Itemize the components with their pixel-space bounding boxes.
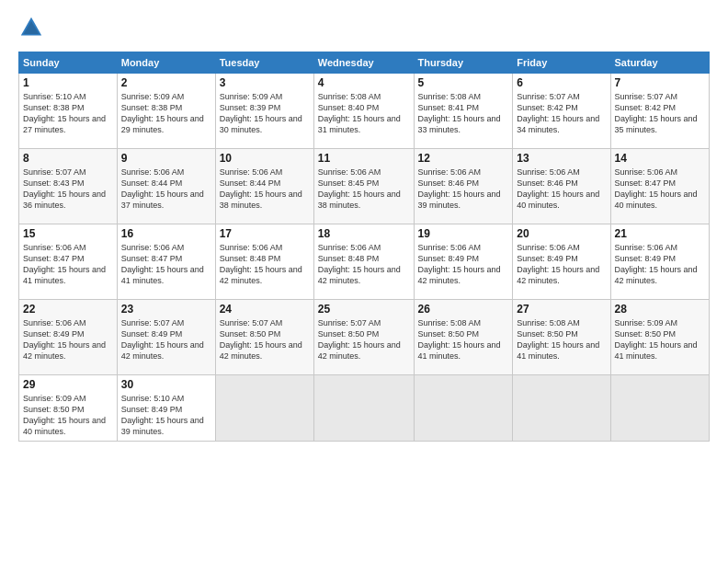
calendar-cell: 10 Sunrise: 5:06 AM Sunset: 8:44 PM Dayl…	[215, 149, 313, 224]
calendar-table: SundayMondayTuesdayWednesdayThursdayFrid…	[18, 52, 710, 442]
day-number: 22	[23, 303, 113, 316]
day-number: 7	[615, 76, 705, 89]
calendar-cell	[215, 375, 313, 442]
day-number: 8	[23, 152, 113, 165]
logo-icon	[18, 15, 44, 40]
calendar-cell: 4 Sunrise: 5:08 AM Sunset: 8:40 PM Dayli…	[313, 74, 414, 149]
calendar-cell: 30 Sunrise: 5:10 AM Sunset: 8:49 PM Dayl…	[117, 375, 215, 442]
day-number: 16	[121, 227, 211, 240]
calendar-cell: 8 Sunrise: 5:07 AM Sunset: 8:43 PM Dayli…	[19, 149, 118, 224]
calendar-cell: 28 Sunrise: 5:09 AM Sunset: 8:50 PM Dayl…	[610, 300, 709, 375]
calendar-header-tuesday: Tuesday	[215, 52, 313, 74]
day-info: Sunrise: 5:07 AM Sunset: 8:42 PM Dayligh…	[517, 91, 606, 136]
calendar-cell: 26 Sunrise: 5:08 AM Sunset: 8:50 PM Dayl…	[414, 300, 513, 375]
calendar-header-thursday: Thursday	[414, 52, 513, 74]
day-number: 18	[318, 227, 410, 240]
logo	[18, 15, 50, 40]
day-number: 29	[23, 378, 113, 391]
calendar-cell: 7 Sunrise: 5:07 AM Sunset: 8:42 PM Dayli…	[610, 74, 709, 149]
day-number: 24	[220, 303, 310, 316]
calendar-cell: 23 Sunrise: 5:07 AM Sunset: 8:49 PM Dayl…	[117, 300, 215, 375]
calendar-cell: 13 Sunrise: 5:06 AM Sunset: 8:46 PM Dayl…	[513, 149, 610, 224]
day-number: 1	[23, 76, 113, 89]
calendar-cell: 1 Sunrise: 5:10 AM Sunset: 8:38 PM Dayli…	[19, 74, 118, 149]
day-info: Sunrise: 5:06 AM Sunset: 8:45 PM Dayligh…	[318, 167, 410, 212]
day-info: Sunrise: 5:06 AM Sunset: 8:46 PM Dayligh…	[517, 167, 606, 212]
day-info: Sunrise: 5:08 AM Sunset: 8:40 PM Dayligh…	[318, 91, 410, 136]
calendar-cell: 29 Sunrise: 5:09 AM Sunset: 8:50 PM Dayl…	[19, 375, 118, 442]
page: SundayMondayTuesdayWednesdayThursdayFrid…	[0, 0, 728, 563]
day-number: 11	[318, 152, 410, 165]
calendar-week-3: 22 Sunrise: 5:06 AM Sunset: 8:49 PM Dayl…	[19, 300, 710, 375]
day-info: Sunrise: 5:06 AM Sunset: 8:49 PM Dayligh…	[23, 317, 113, 362]
day-info: Sunrise: 5:06 AM Sunset: 8:49 PM Dayligh…	[517, 242, 606, 287]
calendar-week-4: 29 Sunrise: 5:09 AM Sunset: 8:50 PM Dayl…	[19, 375, 710, 442]
day-info: Sunrise: 5:09 AM Sunset: 8:38 PM Dayligh…	[121, 91, 211, 136]
day-info: Sunrise: 5:07 AM Sunset: 8:50 PM Dayligh…	[220, 317, 310, 362]
calendar-cell: 3 Sunrise: 5:09 AM Sunset: 8:39 PM Dayli…	[215, 74, 313, 149]
day-info: Sunrise: 5:07 AM Sunset: 8:50 PM Dayligh…	[318, 317, 410, 362]
day-info: Sunrise: 5:09 AM Sunset: 8:39 PM Dayligh…	[220, 91, 310, 136]
calendar-cell: 12 Sunrise: 5:06 AM Sunset: 8:46 PM Dayl…	[414, 149, 513, 224]
calendar-header-wednesday: Wednesday	[313, 52, 414, 74]
day-info: Sunrise: 5:06 AM Sunset: 8:47 PM Dayligh…	[615, 167, 705, 212]
calendar-week-0: 1 Sunrise: 5:10 AM Sunset: 8:38 PM Dayli…	[19, 74, 710, 149]
calendar-cell: 25 Sunrise: 5:07 AM Sunset: 8:50 PM Dayl…	[313, 300, 414, 375]
calendar-header-friday: Friday	[513, 52, 610, 74]
day-info: Sunrise: 5:10 AM Sunset: 8:49 PM Dayligh…	[121, 393, 211, 438]
day-number: 5	[418, 76, 509, 89]
calendar-cell	[610, 375, 709, 442]
calendar-cell	[313, 375, 414, 442]
day-number: 26	[418, 303, 509, 316]
day-info: Sunrise: 5:06 AM Sunset: 8:49 PM Dayligh…	[615, 242, 705, 287]
calendar-cell: 15 Sunrise: 5:06 AM Sunset: 8:47 PM Dayl…	[19, 224, 118, 300]
day-info: Sunrise: 5:08 AM Sunset: 8:50 PM Dayligh…	[418, 317, 509, 362]
day-number: 15	[23, 227, 113, 240]
calendar-cell: 21 Sunrise: 5:06 AM Sunset: 8:49 PM Dayl…	[610, 224, 709, 300]
day-number: 28	[615, 303, 705, 316]
day-number: 20	[517, 227, 606, 240]
calendar-cell	[414, 375, 513, 442]
day-info: Sunrise: 5:08 AM Sunset: 8:50 PM Dayligh…	[517, 317, 606, 362]
calendar-cell: 27 Sunrise: 5:08 AM Sunset: 8:50 PM Dayl…	[513, 300, 610, 375]
calendar-week-2: 15 Sunrise: 5:06 AM Sunset: 8:47 PM Dayl…	[19, 224, 710, 300]
calendar-cell: 22 Sunrise: 5:06 AM Sunset: 8:49 PM Dayl…	[19, 300, 118, 375]
day-number: 6	[517, 76, 606, 89]
day-info: Sunrise: 5:10 AM Sunset: 8:38 PM Dayligh…	[23, 91, 113, 136]
day-info: Sunrise: 5:07 AM Sunset: 8:43 PM Dayligh…	[23, 167, 113, 212]
day-info: Sunrise: 5:06 AM Sunset: 8:44 PM Dayligh…	[121, 167, 211, 212]
day-info: Sunrise: 5:08 AM Sunset: 8:41 PM Dayligh…	[418, 91, 509, 136]
day-number: 23	[121, 303, 211, 316]
calendar-cell: 18 Sunrise: 5:06 AM Sunset: 8:48 PM Dayl…	[313, 224, 414, 300]
day-number: 17	[220, 227, 310, 240]
calendar-header-monday: Monday	[117, 52, 215, 74]
day-number: 9	[121, 152, 211, 165]
day-info: Sunrise: 5:06 AM Sunset: 8:49 PM Dayligh…	[418, 242, 509, 287]
day-info: Sunrise: 5:06 AM Sunset: 8:46 PM Dayligh…	[418, 167, 509, 212]
calendar-header-row: SundayMondayTuesdayWednesdayThursdayFrid…	[19, 52, 710, 74]
day-info: Sunrise: 5:06 AM Sunset: 8:44 PM Dayligh…	[220, 167, 310, 212]
day-number: 25	[318, 303, 410, 316]
day-info: Sunrise: 5:06 AM Sunset: 8:48 PM Dayligh…	[220, 242, 310, 287]
calendar-cell: 17 Sunrise: 5:06 AM Sunset: 8:48 PM Dayl…	[215, 224, 313, 300]
calendar-header-sunday: Sunday	[19, 52, 118, 74]
day-number: 14	[615, 152, 705, 165]
day-number: 12	[418, 152, 509, 165]
day-number: 3	[220, 76, 310, 89]
day-number: 13	[517, 152, 606, 165]
day-number: 19	[418, 227, 509, 240]
day-info: Sunrise: 5:06 AM Sunset: 8:48 PM Dayligh…	[318, 242, 410, 287]
calendar-week-1: 8 Sunrise: 5:07 AM Sunset: 8:43 PM Dayli…	[19, 149, 710, 224]
day-info: Sunrise: 5:06 AM Sunset: 8:47 PM Dayligh…	[23, 242, 113, 287]
day-info: Sunrise: 5:06 AM Sunset: 8:47 PM Dayligh…	[121, 242, 211, 287]
day-info: Sunrise: 5:07 AM Sunset: 8:49 PM Dayligh…	[121, 317, 211, 362]
calendar-cell: 9 Sunrise: 5:06 AM Sunset: 8:44 PM Dayli…	[117, 149, 215, 224]
day-number: 21	[615, 227, 705, 240]
day-info: Sunrise: 5:07 AM Sunset: 8:42 PM Dayligh…	[615, 91, 705, 136]
calendar-cell: 2 Sunrise: 5:09 AM Sunset: 8:38 PM Dayli…	[117, 74, 215, 149]
calendar-cell: 20 Sunrise: 5:06 AM Sunset: 8:49 PM Dayl…	[513, 224, 610, 300]
calendar-cell: 24 Sunrise: 5:07 AM Sunset: 8:50 PM Dayl…	[215, 300, 313, 375]
day-info: Sunrise: 5:09 AM Sunset: 8:50 PM Dayligh…	[23, 393, 113, 438]
day-number: 30	[121, 378, 211, 391]
calendar-cell: 19 Sunrise: 5:06 AM Sunset: 8:49 PM Dayl…	[414, 224, 513, 300]
